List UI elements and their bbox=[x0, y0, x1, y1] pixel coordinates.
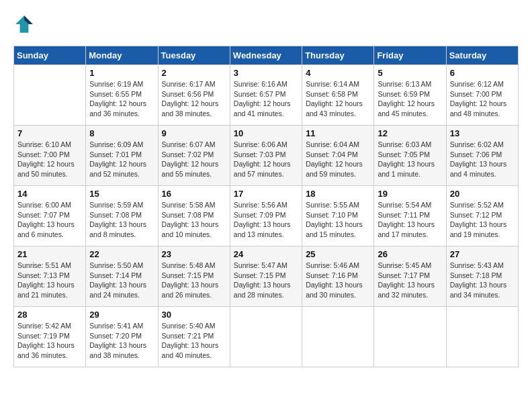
day-info: Sunrise: 6:09 AMSunset: 7:01 PMDaylight:… bbox=[89, 140, 154, 179]
day-info: Sunrise: 6:16 AMSunset: 6:57 PMDaylight:… bbox=[234, 79, 298, 119]
day-info: Sunrise: 5:51 AMSunset: 7:13 PMDaylight:… bbox=[17, 261, 82, 300]
day-info: Sunrise: 6:07 AMSunset: 7:02 PMDaylight:… bbox=[162, 140, 226, 179]
calendar-week-row: 1Sunrise: 6:19 AMSunset: 6:55 PMDaylight… bbox=[14, 65, 519, 126]
day-number: 5 bbox=[378, 68, 442, 78]
calendar-cell: 11Sunrise: 6:04 AMSunset: 7:04 PMDayligh… bbox=[302, 126, 374, 186]
day-info: Sunrise: 6:04 AMSunset: 7:04 PMDaylight:… bbox=[306, 140, 370, 179]
calendar-cell: 17Sunrise: 5:56 AMSunset: 7:09 PMDayligh… bbox=[230, 186, 302, 246]
day-info: Sunrise: 6:17 AMSunset: 6:56 PMDaylight:… bbox=[162, 79, 226, 119]
calendar-cell: 2Sunrise: 6:17 AMSunset: 6:56 PMDaylight… bbox=[158, 65, 230, 126]
day-number: 20 bbox=[450, 189, 515, 199]
calendar-cell: 12Sunrise: 6:03 AMSunset: 7:05 PMDayligh… bbox=[374, 126, 446, 186]
calendar-cell: 26Sunrise: 5:45 AMSunset: 7:17 PMDayligh… bbox=[374, 246, 446, 307]
day-number: 19 bbox=[378, 189, 442, 199]
calendar-cell: 14Sunrise: 6:00 AMSunset: 7:07 PMDayligh… bbox=[14, 186, 86, 246]
day-number: 27 bbox=[450, 249, 515, 259]
calendar-cell: 20Sunrise: 5:52 AMSunset: 7:12 PMDayligh… bbox=[446, 186, 518, 246]
day-info: Sunrise: 5:59 AMSunset: 7:08 PMDaylight:… bbox=[89, 200, 154, 240]
calendar-cell bbox=[374, 307, 446, 367]
day-number: 21 bbox=[17, 249, 82, 259]
logo-icon bbox=[13, 13, 35, 35]
day-number: 26 bbox=[378, 249, 442, 259]
day-number: 10 bbox=[234, 128, 298, 138]
day-number: 11 bbox=[306, 128, 370, 138]
day-number: 18 bbox=[306, 189, 370, 199]
calendar-cell: 15Sunrise: 5:59 AMSunset: 7:08 PMDayligh… bbox=[86, 186, 158, 246]
col-header-saturday: Saturday bbox=[446, 46, 518, 65]
day-number: 22 bbox=[89, 249, 154, 259]
day-info: Sunrise: 5:41 AMSunset: 7:20 PMDaylight:… bbox=[89, 321, 154, 361]
calendar-cell: 6Sunrise: 6:12 AMSunset: 7:00 PMDaylight… bbox=[446, 65, 518, 126]
col-header-tuesday: Tuesday bbox=[158, 46, 230, 65]
day-number: 12 bbox=[378, 128, 442, 138]
col-header-friday: Friday bbox=[374, 46, 446, 65]
calendar-cell bbox=[302, 307, 374, 367]
calendar-cell: 22Sunrise: 5:50 AMSunset: 7:14 PMDayligh… bbox=[86, 246, 158, 307]
calendar-cell: 10Sunrise: 6:06 AMSunset: 7:03 PMDayligh… bbox=[230, 126, 302, 186]
day-info: Sunrise: 5:46 AMSunset: 7:16 PMDaylight:… bbox=[306, 261, 370, 300]
day-number: 25 bbox=[306, 249, 370, 259]
day-number: 7 bbox=[17, 128, 82, 138]
calendar-week-row: 21Sunrise: 5:51 AMSunset: 7:13 PMDayligh… bbox=[14, 246, 519, 307]
calendar-cell: 28Sunrise: 5:42 AMSunset: 7:19 PMDayligh… bbox=[14, 307, 86, 367]
day-info: Sunrise: 5:43 AMSunset: 7:18 PMDaylight:… bbox=[450, 261, 515, 300]
col-header-sunday: Sunday bbox=[14, 46, 86, 65]
day-info: Sunrise: 5:58 AMSunset: 7:08 PMDaylight:… bbox=[162, 200, 226, 240]
calendar-week-row: 7Sunrise: 6:10 AMSunset: 7:00 PMDaylight… bbox=[14, 126, 519, 186]
day-info: Sunrise: 6:00 AMSunset: 7:07 PMDaylight:… bbox=[17, 200, 82, 240]
day-number: 30 bbox=[162, 310, 226, 320]
day-info: Sunrise: 6:10 AMSunset: 7:00 PMDaylight:… bbox=[17, 140, 82, 179]
calendar-cell: 27Sunrise: 5:43 AMSunset: 7:18 PMDayligh… bbox=[446, 246, 518, 307]
day-info: Sunrise: 5:54 AMSunset: 7:11 PMDaylight:… bbox=[378, 200, 442, 240]
day-number: 8 bbox=[89, 128, 154, 138]
calendar-cell: 9Sunrise: 6:07 AMSunset: 7:02 PMDaylight… bbox=[158, 126, 230, 186]
day-info: Sunrise: 5:50 AMSunset: 7:14 PMDaylight:… bbox=[89, 261, 154, 300]
day-info: Sunrise: 6:13 AMSunset: 6:59 PMDaylight:… bbox=[378, 79, 442, 119]
col-header-thursday: Thursday bbox=[302, 46, 374, 65]
calendar-cell: 8Sunrise: 6:09 AMSunset: 7:01 PMDaylight… bbox=[86, 126, 158, 186]
day-number: 6 bbox=[450, 68, 515, 78]
day-info: Sunrise: 6:12 AMSunset: 7:00 PMDaylight:… bbox=[450, 79, 515, 119]
calendar-cell: 3Sunrise: 6:16 AMSunset: 6:57 PMDaylight… bbox=[230, 65, 302, 126]
calendar-cell: 13Sunrise: 6:02 AMSunset: 7:06 PMDayligh… bbox=[446, 126, 518, 186]
calendar-cell: 18Sunrise: 5:55 AMSunset: 7:10 PMDayligh… bbox=[302, 186, 374, 246]
day-number: 15 bbox=[89, 189, 154, 199]
col-header-wednesday: Wednesday bbox=[230, 46, 302, 65]
calendar-cell: 7Sunrise: 6:10 AMSunset: 7:00 PMDaylight… bbox=[14, 126, 86, 186]
day-number: 17 bbox=[234, 189, 298, 199]
day-info: Sunrise: 5:56 AMSunset: 7:09 PMDaylight:… bbox=[234, 200, 298, 240]
day-number: 24 bbox=[234, 249, 298, 259]
day-info: Sunrise: 5:47 AMSunset: 7:15 PMDaylight:… bbox=[234, 261, 298, 300]
calendar-cell: 25Sunrise: 5:46 AMSunset: 7:16 PMDayligh… bbox=[302, 246, 374, 307]
calendar-cell bbox=[230, 307, 302, 367]
calendar-cell: 5Sunrise: 6:13 AMSunset: 6:59 PMDaylight… bbox=[374, 65, 446, 126]
day-number: 23 bbox=[162, 249, 226, 259]
calendar-cell: 16Sunrise: 5:58 AMSunset: 7:08 PMDayligh… bbox=[158, 186, 230, 246]
calendar-week-row: 28Sunrise: 5:42 AMSunset: 7:19 PMDayligh… bbox=[14, 307, 519, 367]
day-info: Sunrise: 5:40 AMSunset: 7:21 PMDaylight:… bbox=[162, 321, 226, 361]
calendar-cell: 4Sunrise: 6:14 AMSunset: 6:58 PMDaylight… bbox=[302, 65, 374, 126]
calendar-header-row: SundayMondayTuesdayWednesdayThursdayFrid… bbox=[14, 46, 519, 65]
calendar-cell bbox=[14, 65, 86, 126]
day-number: 9 bbox=[162, 128, 226, 138]
day-number: 1 bbox=[89, 68, 154, 78]
calendar-table: SundayMondayTuesdayWednesdayThursdayFrid… bbox=[13, 46, 519, 367]
day-number: 13 bbox=[450, 128, 515, 138]
day-info: Sunrise: 5:48 AMSunset: 7:15 PMDaylight:… bbox=[162, 261, 226, 300]
day-number: 16 bbox=[162, 189, 226, 199]
day-info: Sunrise: 5:55 AMSunset: 7:10 PMDaylight:… bbox=[306, 200, 370, 240]
calendar-cell bbox=[446, 307, 518, 367]
calendar-cell: 1Sunrise: 6:19 AMSunset: 6:55 PMDaylight… bbox=[86, 65, 158, 126]
calendar-week-row: 14Sunrise: 6:00 AMSunset: 7:07 PMDayligh… bbox=[14, 186, 519, 246]
day-info: Sunrise: 6:06 AMSunset: 7:03 PMDaylight:… bbox=[234, 140, 298, 179]
day-number: 14 bbox=[17, 189, 82, 199]
col-header-monday: Monday bbox=[86, 46, 158, 65]
day-info: Sunrise: 5:52 AMSunset: 7:12 PMDaylight:… bbox=[450, 200, 515, 240]
calendar-cell: 21Sunrise: 5:51 AMSunset: 7:13 PMDayligh… bbox=[14, 246, 86, 307]
day-number: 2 bbox=[162, 68, 226, 78]
calendar-cell: 19Sunrise: 5:54 AMSunset: 7:11 PMDayligh… bbox=[374, 186, 446, 246]
page-header bbox=[13, 13, 519, 35]
day-info: Sunrise: 5:42 AMSunset: 7:19 PMDaylight:… bbox=[17, 321, 82, 361]
day-info: Sunrise: 6:19 AMSunset: 6:55 PMDaylight:… bbox=[89, 79, 154, 119]
day-info: Sunrise: 6:14 AMSunset: 6:58 PMDaylight:… bbox=[306, 79, 370, 119]
